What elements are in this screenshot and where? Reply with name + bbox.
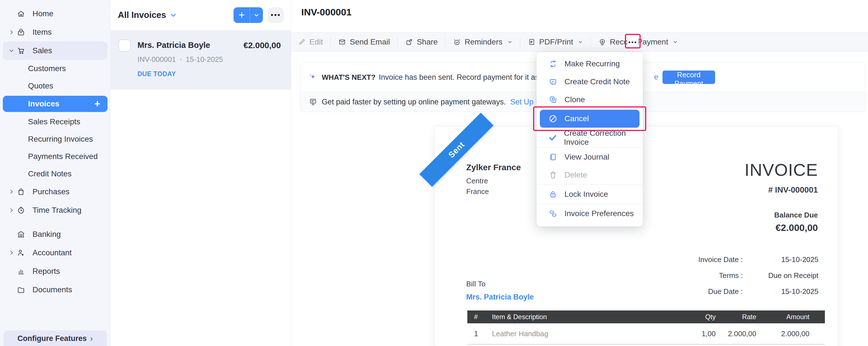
company-address-line: France <box>466 186 521 197</box>
sidebar-item-customers[interactable]: Customers <box>0 60 110 77</box>
sidebar-item-invoices[interactable]: Invoices + <box>3 96 107 112</box>
list-header: All Invoices + ••• <box>111 0 291 30</box>
more-actions-menu: Make Recurring Create Credit Note Clone … <box>536 52 643 226</box>
status-badge: DUE TODAY <box>137 70 176 78</box>
menu-item-create-correction-invoice[interactable]: Create Correction Invoice <box>536 129 643 147</box>
cart-icon <box>17 46 32 55</box>
toolbar-more-button[interactable]: ••• <box>627 37 639 48</box>
gateway-tip-text: Get paid faster by setting up online pay… <box>322 98 506 106</box>
bill-to-block: Bill To Mrs. Patricia Boyle <box>466 280 534 302</box>
trash-icon <box>548 170 558 180</box>
company-block: Zylker France Centre France <box>466 163 521 197</box>
cancel-circle-icon <box>548 114 558 123</box>
whats-next-label: WHAT'S NEXT? <box>322 73 375 82</box>
company-address-line: Centre <box>466 176 521 186</box>
menu-item-invoice-preferences[interactable]: Invoice Preferences <box>536 205 643 223</box>
menu-divider <box>536 147 643 148</box>
bill-to-customer-link[interactable]: Mrs. Patricia Boyle <box>466 293 534 302</box>
toolbar: Edit Send Email Share Reminders <box>291 32 868 52</box>
field-label: Due Date : <box>662 287 743 296</box>
accountant-person-icon <box>17 249 32 257</box>
chevron-down-icon <box>507 39 513 44</box>
sidebar-item-quotes[interactable]: Quotes <box>0 77 110 95</box>
configure-features-button[interactable]: Configure Features › <box>3 330 107 346</box>
invoice-doc-head: INVOICE # INV-000001 <box>745 160 818 194</box>
sidebar-item-credit-notes[interactable]: Credit Notes <box>0 165 110 183</box>
menu-item-view-journal[interactable]: View Journal <box>536 148 643 166</box>
edit-button[interactable]: Edit <box>298 37 323 46</box>
sidebar-item-recurring-invoices[interactable]: Recurring Invoices <box>0 130 110 148</box>
share-button[interactable]: Share <box>405 37 438 46</box>
sidebar-item-home[interactable]: Home <box>0 4 110 23</box>
list-title[interactable]: All Invoices <box>118 10 166 20</box>
customer-name: Mrs. Patricia Boyle <box>137 40 210 50</box>
clone-icon <box>548 95 558 104</box>
menu-item-clone[interactable]: Clone <box>536 91 643 108</box>
plus-icon[interactable]: + <box>94 99 100 109</box>
journal-icon <box>548 153 558 161</box>
menu-item-create-credit-note[interactable]: Create Credit Note <box>536 73 643 91</box>
menu-divider <box>536 204 643 204</box>
invoice-amount: €2.000,00 <box>244 40 281 50</box>
bank-icon <box>17 230 32 239</box>
list-more-button[interactable]: ••• <box>268 7 284 23</box>
sidebar-item-purchases[interactable]: Purchases <box>0 183 110 201</box>
sidebar-item-documents[interactable]: Documents <box>0 281 110 299</box>
menu-item-cancel[interactable]: Cancel <box>536 108 643 129</box>
menu-item-lock-invoice[interactable]: Lock Invoice <box>536 185 643 203</box>
sidebar: Home Items Sales Customers Quotes Invoic… <box>0 0 111 346</box>
sidebar-item-payments-received[interactable]: Payments Received <box>0 148 110 165</box>
chevron-right-icon <box>6 189 17 194</box>
record-payment-cta-button[interactable]: Record Payment <box>662 70 715 84</box>
sidebar-item-sales-receipts[interactable]: Sales Receipts <box>0 113 110 130</box>
field-value: 15-10-2025 <box>743 255 818 264</box>
balance-due-amount: €2.000,00 <box>774 222 818 233</box>
menu-item-make-recurring[interactable]: Make Recurring <box>536 55 643 73</box>
pdf-print-button[interactable]: PDF/Print <box>528 37 583 46</box>
sidebar-item-time-tracking[interactable]: Time Tracking <box>0 201 110 219</box>
chevron-down-icon[interactable] <box>250 7 263 23</box>
line-items-table: # Item & Description Qty Rate Amount 1 L… <box>467 310 825 345</box>
preferences-icon <box>548 209 558 218</box>
field-value: 15-10-2025 <box>743 287 818 296</box>
table-row: 1 Leather Handbag 1,00 2.000,00 2.000,00 <box>467 323 825 345</box>
pdf-document-icon <box>528 38 536 46</box>
menu-item-delete[interactable]: Delete <box>536 166 643 184</box>
field-value: Due on Receipt <box>743 271 818 280</box>
plus-icon[interactable]: + <box>234 7 250 23</box>
share-icon <box>405 38 413 46</box>
sidebar-item-reports[interactable]: Reports <box>0 262 110 281</box>
chevron-down-icon[interactable] <box>170 12 177 19</box>
chevron-down-icon <box>578 39 583 44</box>
sidebar-item-sales[interactable]: Sales <box>3 41 107 60</box>
credit-note-icon <box>548 77 558 86</box>
chevron-right-icon: › <box>90 334 93 343</box>
row-checkbox[interactable] <box>118 39 131 52</box>
dot-separator: • <box>180 56 182 63</box>
sidebar-item-banking[interactable]: Banking <box>0 225 110 244</box>
truncated-link-fragment[interactable]: e <box>654 73 658 82</box>
chevron-down-icon <box>6 48 17 54</box>
clock-icon <box>17 206 32 214</box>
field-label: Invoice Date : <box>662 255 743 264</box>
balance-due-block: Balance Due €2.000,00 <box>774 211 818 233</box>
bag-icon <box>17 28 32 36</box>
alarm-icon <box>453 38 461 46</box>
sidebar-item-accountant[interactable]: Accountant <box>0 244 110 262</box>
invoice-meta: INV-000001 • 15-10-2025 <box>137 55 223 64</box>
new-invoice-split-button[interactable]: + <box>234 7 263 23</box>
send-email-button[interactable]: Send Email <box>338 37 390 46</box>
doc-number: # INV-000001 <box>745 185 818 194</box>
bar-chart-icon <box>17 267 32 276</box>
sidebar-item-items[interactable]: Items <box>0 23 110 41</box>
folder-icon <box>17 286 32 294</box>
bill-to-label: Bill To <box>466 280 534 288</box>
reminders-button[interactable]: Reminders <box>453 37 512 46</box>
record-payment-icon <box>598 38 606 46</box>
invoice-date: 15-10-2025 <box>186 55 223 64</box>
invoice-list-row[interactable]: Mrs. Patricia Boyle €2.000,00 INV-000001… <box>111 31 291 89</box>
chevron-down-icon <box>673 39 678 44</box>
shopping-bag-icon <box>17 188 32 196</box>
invoice-number: INV-000001 <box>137 55 176 64</box>
sparkle-icon <box>308 73 317 82</box>
